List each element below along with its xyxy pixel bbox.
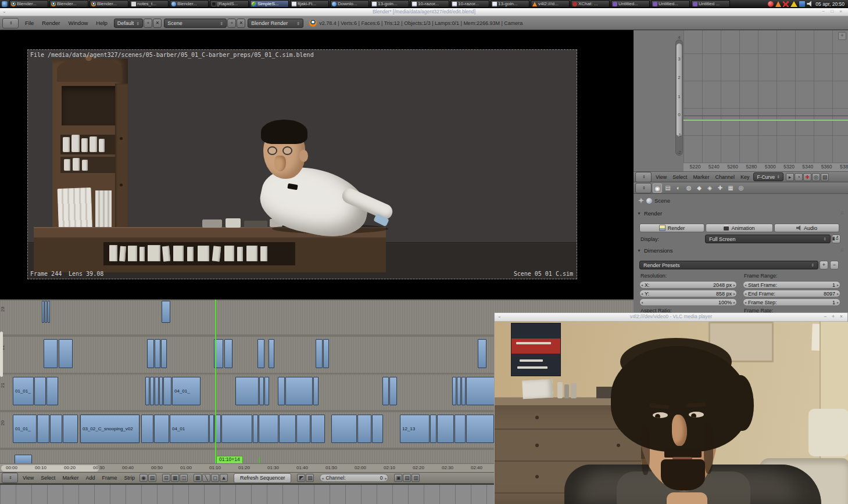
sequence-strip[interactable] [478,339,486,368]
filter-icon[interactable]: ▧ [821,173,829,181]
sequence-strip[interactable] [316,339,323,368]
sequence-strip[interactable] [331,415,357,443]
vlc-titlebar[interactable]: ⌄ v4l2:///dev/video0 - VLC media player … [495,313,847,322]
delete-layout-button[interactable]: ✕ [153,19,162,28]
sequence-strip[interactable] [42,301,44,323]
sequence-strip[interactable] [437,415,454,443]
sequence-strip[interactable] [269,339,274,368]
taskbar-button[interactable]: Blender... [49,0,88,8]
vse-menu-view[interactable]: View [19,475,37,481]
render-button[interactable]: Render [639,224,704,232]
graph-menu-key[interactable]: Key [738,174,753,180]
taskbar-button[interactable]: 10-razor... [410,0,449,8]
camera-view[interactable]: File /media/data/agent327/scenes/05-barb… [27,49,577,279]
audio-button[interactable]: Audio [774,224,839,232]
vse-editor-type-dropdown[interactable] [2,473,18,483]
vlc-tray-icon[interactable] [775,1,781,7]
record-tray-icon[interactable] [768,1,774,7]
sequence-strip[interactable] [163,377,171,405]
overlay-icon[interactable]: ◩ [297,474,305,482]
delete-scene-button[interactable]: ✕ [237,19,245,28]
sequence-strip[interactable] [259,377,264,405]
tab-object[interactable]: ◆ [695,183,704,193]
sequence-strip[interactable] [466,415,494,443]
sequence-strip[interactable]: 04_01 [170,415,209,443]
graph-editor-type-dropdown[interactable] [635,172,652,182]
add-scene-button[interactable]: + [227,19,236,28]
backdrop-icon[interactable]: ▨ [306,474,314,482]
sequence-strip[interactable] [457,377,461,405]
resolution-y-field[interactable]: Y:858 px [639,290,737,297]
sequence-strip[interactable] [313,377,319,405]
sequence-strip[interactable] [46,377,58,405]
window-titlebar[interactable]: ⌄ Blender* [/media/data/agent327/edit/ed… [0,8,848,16]
tab-render-layers[interactable]: ▤ [663,183,672,193]
panel-drag-dots[interactable]: ⁞⁞ [841,210,843,215]
start-frame-field[interactable]: Start Frame:1 [743,281,840,289]
mail-tray-icon[interactable] [799,1,805,7]
graph-menu-channel[interactable]: Channel [712,174,738,180]
vse-menu-frame[interactable]: Frame [98,475,120,481]
menu-window[interactable]: Window [64,20,92,26]
sequence-strip[interactable] [257,339,264,368]
properties-editor-type-dropdown[interactable] [635,183,652,193]
render-engine-dropdown[interactable]: Blender Render [248,19,303,28]
animation-button[interactable]: Animation [706,224,773,232]
sequence-strip[interactable] [389,377,397,405]
taskbar-button[interactable]: notes_t... [130,0,169,8]
sequence-strip[interactable] [159,377,163,405]
scene-selector[interactable]: Scene [164,19,227,28]
sequence-strip[interactable] [466,377,495,405]
taskbar-button[interactable]: 10-razor... [450,0,489,8]
taskbar-button[interactable]: Untitled... [611,0,650,8]
playhead[interactable] [215,300,216,472]
render-presets-dropdown[interactable]: Render Presets [639,261,818,269]
sequence-strip[interactable] [221,415,252,443]
taskbar-button[interactable]: Downlo... [330,0,369,8]
lock-strip-icon[interactable]: ▦ [171,474,179,482]
slip-icon[interactable]: ╲ [202,474,210,482]
sequence-strip[interactable] [44,339,58,368]
sequence-strip[interactable] [141,415,153,443]
vlc-window[interactable]: ⌄ v4l2:///dev/video0 - VLC media player … [494,312,848,504]
sequence-strip[interactable] [154,415,169,443]
sequence-strip[interactable] [150,377,154,405]
sequence-strip[interactable] [161,339,167,368]
taskbar-button[interactable]: SimpleS... [250,0,289,8]
menu-file[interactable]: File [21,20,38,26]
window-controls[interactable]: − □ × [822,9,845,14]
sequence-strip[interactable] [155,339,160,368]
screen-layout-selector[interactable]: Default [114,19,143,28]
sequence-strip[interactable] [45,301,47,323]
frame-step-field[interactable]: Frame Step:1 [743,298,840,306]
refresh-sequencer-button[interactable]: Refresh Sequencer [234,473,292,483]
sequence-strip[interactable] [372,415,383,443]
mute-strip-icon[interactable]: ⊟ [162,474,170,482]
sequence-strip[interactable]: 01_01_ [13,377,34,405]
taskbar-button[interactable]: Untitled ... [691,0,730,8]
add-layout-button[interactable]: + [144,19,152,28]
sequence-strip[interactable] [296,415,310,443]
sequence-strip[interactable] [259,415,278,443]
warning-tray-icon[interactable] [790,1,797,7]
expand-panel-icon[interactable] [838,32,846,40]
taskbar-button[interactable]: 13-goin... [370,0,409,8]
proxy-icon[interactable]: ▤ [403,474,411,482]
channel-number-field[interactable]: Channel:0 [320,474,388,482]
sequence-strip[interactable]: 12_13 [400,415,430,443]
tab-modifiers[interactable]: ✚ [715,183,725,193]
graph-menu-view[interactable]: View [653,174,670,180]
ghost-curves-icon[interactable]: ◔ [795,173,803,181]
sequence-strip[interactable] [357,415,371,443]
sequence-strip[interactable] [452,377,456,405]
cursor-icon[interactable]: ▸ [786,173,794,181]
taskbar-button[interactable]: [RapidS... [210,0,249,8]
graph-editor[interactable]: 43210-1-2 522052405260528053005320534053… [634,30,848,171]
sequence-strip[interactable] [264,377,269,405]
tab-scene[interactable]: ◐ [674,183,683,193]
sequence-strip[interactable] [37,415,49,443]
taskbar-button[interactable]: Blender... [90,0,128,8]
vlc-window-controls[interactable]: − + × [824,314,845,319]
sequence-strip[interactable] [285,377,313,405]
3d-viewport[interactable]: File /media/data/agent327/scenes/05-barb… [0,30,634,299]
